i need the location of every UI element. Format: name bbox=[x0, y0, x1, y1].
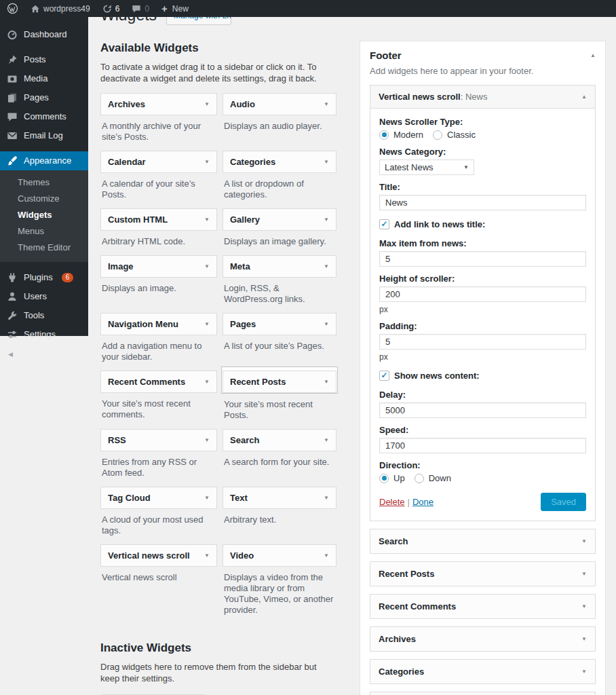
available-widgets-grid: Archives ▼ A monthly archive of your sit… bbox=[100, 93, 336, 624]
widget-card-search[interactable]: Search ▼ bbox=[223, 429, 336, 451]
done-link[interactable]: Done bbox=[412, 497, 434, 507]
radio-up[interactable] bbox=[379, 474, 389, 483]
sidebar-item-settings[interactable]: Settings bbox=[0, 325, 88, 344]
speed-input[interactable] bbox=[379, 438, 586, 453]
chevron-down-icon[interactable]: ▼ bbox=[581, 539, 587, 544]
widget-card-categories[interactable]: Categories ▼ bbox=[223, 151, 336, 173]
new-menu[interactable]: + New bbox=[155, 0, 195, 17]
inactive-widgets-heading: Inactive Widgets bbox=[100, 641, 336, 655]
radio-modern[interactable] bbox=[379, 130, 389, 140]
wordpress-logo-icon[interactable] bbox=[0, 0, 24, 17]
widget-card-recent-posts[interactable]: Recent Posts ▼ bbox=[223, 371, 336, 393]
padding-unit: px bbox=[379, 352, 586, 362]
chevron-down-icon[interactable]: ▼ bbox=[204, 159, 210, 165]
chevron-down-icon[interactable]: ▼ bbox=[324, 102, 329, 107]
radio-classic[interactable] bbox=[433, 130, 442, 140]
footer-widget-categories[interactable]: Categories ▼ bbox=[370, 659, 596, 684]
sidebar-item-posts[interactable]: Posts bbox=[0, 50, 88, 69]
manage-live-preview-button[interactable]: Manage with Live Preview bbox=[166, 17, 231, 25]
widget-description: Displays an audio player. bbox=[224, 121, 335, 132]
sidebar-item-widgets[interactable]: Widgets bbox=[0, 207, 88, 223]
saved-button[interactable]: Saved bbox=[541, 493, 586, 511]
widget-card-calendar[interactable]: Calendar ▼ bbox=[100, 151, 217, 173]
chevron-down-icon[interactable]: ▼ bbox=[581, 669, 587, 675]
chevron-down-icon[interactable]: ▼ bbox=[324, 322, 329, 327]
sidebar-item-menus[interactable]: Menus bbox=[0, 223, 88, 240]
sidebar-item-theme-editor[interactable]: Theme Editor bbox=[0, 240, 88, 256]
updates-icon bbox=[102, 4, 112, 14]
footer-widget-recent-comments[interactable]: Recent Comments ▼ bbox=[370, 594, 596, 619]
chevron-down-icon[interactable]: ▼ bbox=[324, 217, 329, 223]
delay-input[interactable] bbox=[379, 402, 586, 418]
widget-card-gallery[interactable]: Gallery ▼ bbox=[223, 208, 336, 231]
expanded-widget-header[interactable]: Vertical news scroll: News ▲ bbox=[370, 86, 595, 109]
sidebar-item-customize[interactable]: Customize bbox=[0, 191, 88, 207]
sidebar-item-dashboard[interactable]: Dashboard bbox=[0, 25, 88, 44]
widget-card-vertical-news-scroll[interactable]: Vertical news scroll ▼ bbox=[100, 544, 217, 567]
page-header: Widgets Manage with Live Preview bbox=[100, 17, 616, 27]
news-category-select[interactable]: Latest News ▼ bbox=[379, 159, 474, 175]
sidebar-item-comments[interactable]: Comments bbox=[0, 107, 88, 126]
updates-menu[interactable]: 6 bbox=[96, 0, 126, 17]
widget-card-archives[interactable]: Archives ▼ bbox=[100, 93, 217, 115]
widget-card-text[interactable]: Text ▼ bbox=[223, 487, 336, 509]
widget-cell: Calendar ▼ A calendar of your site’s Pos… bbox=[100, 151, 217, 208]
sidebar-item-themes[interactable]: Themes bbox=[0, 174, 88, 191]
collapse-menu-icon[interactable]: ◀ bbox=[0, 344, 88, 364]
chevron-down-icon[interactable]: ▼ bbox=[324, 438, 329, 443]
chevron-down-icon[interactable]: ▼ bbox=[204, 264, 210, 269]
site-menu[interactable]: wordpress49 bbox=[24, 0, 96, 17]
widget-card-audio[interactable]: Audio ▼ bbox=[223, 93, 336, 115]
widget-card-meta[interactable]: Meta ▼ bbox=[223, 255, 336, 278]
sidebar-item-appearance[interactable]: Appearance bbox=[0, 151, 88, 170]
chevron-down-icon[interactable]: ▼ bbox=[581, 604, 587, 609]
max-items-input[interactable] bbox=[379, 251, 586, 267]
chevron-down-icon[interactable]: ▼ bbox=[204, 379, 210, 385]
widget-card-custom-html[interactable]: Custom HTML ▼ bbox=[100, 208, 217, 231]
widget-card-rss[interactable]: RSS ▼ bbox=[100, 429, 217, 451]
widget-card-pages[interactable]: Pages ▼ bbox=[223, 313, 336, 335]
comments-menu[interactable]: 0 bbox=[126, 0, 155, 17]
chevron-up-icon[interactable]: ▲ bbox=[590, 53, 596, 58]
footer-widget-search[interactable]: Search ▼ bbox=[370, 529, 596, 554]
footer-widget-meta[interactable]: Meta ▼ bbox=[370, 692, 596, 695]
sidebar-item-pages[interactable]: Pages bbox=[0, 88, 88, 107]
chevron-down-icon[interactable]: ▼ bbox=[324, 159, 329, 165]
chevron-down-icon[interactable]: ▼ bbox=[204, 495, 210, 501]
footer-widget-recent-posts[interactable]: Recent Posts ▼ bbox=[370, 561, 596, 586]
chevron-down-icon[interactable]: ▼ bbox=[324, 553, 329, 559]
chevron-up-icon[interactable]: ▲ bbox=[581, 94, 587, 100]
chevron-down-icon[interactable]: ▼ bbox=[581, 571, 587, 577]
sidebar-item-tools[interactable]: Tools bbox=[0, 306, 88, 325]
add-link-checkbox[interactable]: ✓ bbox=[379, 219, 389, 229]
height-input[interactable] bbox=[379, 286, 586, 302]
footer-widget-archives[interactable]: Archives ▼ bbox=[370, 626, 596, 652]
sidebar-item-users[interactable]: Users bbox=[0, 287, 88, 306]
chevron-down-icon[interactable]: ▼ bbox=[204, 322, 210, 327]
chevron-down-icon[interactable]: ▼ bbox=[204, 102, 210, 107]
widget-card-image[interactable]: Image ▼ bbox=[100, 255, 217, 278]
widget-card-recent-comments[interactable]: Recent Comments ▼ bbox=[100, 371, 217, 393]
delete-link[interactable]: Delete bbox=[379, 497, 405, 507]
chevron-down-icon[interactable]: ▼ bbox=[204, 438, 210, 443]
widget-card-tag-cloud[interactable]: Tag Cloud ▼ bbox=[100, 487, 217, 509]
chevron-down-icon[interactable]: ▼ bbox=[324, 379, 329, 385]
chevron-down-icon[interactable]: ▼ bbox=[324, 264, 329, 269]
chevron-down-icon[interactable]: ▼ bbox=[204, 217, 210, 223]
radio-down[interactable] bbox=[415, 474, 424, 483]
widget-card-video[interactable]: Video ▼ bbox=[223, 544, 336, 567]
expanded-widget-vertical-news-scroll: Vertical news scroll: News ▲ News Scroll… bbox=[370, 85, 596, 521]
sidebar-item-email-log[interactable]: Email Log bbox=[0, 126, 88, 145]
chevron-down-icon[interactable]: ▼ bbox=[324, 495, 329, 501]
widget-card-navigation-menu[interactable]: Navigation Menu ▼ bbox=[100, 313, 217, 335]
sidebar-item-media[interactable]: Media bbox=[0, 69, 88, 88]
title-input[interactable] bbox=[379, 195, 586, 210]
chevron-down-icon[interactable]: ▼ bbox=[204, 553, 210, 559]
chevron-down-icon[interactable]: ▼ bbox=[581, 637, 587, 642]
widget-description: Add a navigation menu to your sidebar. bbox=[102, 341, 216, 362]
show-content-checkbox[interactable]: ✓ bbox=[379, 371, 389, 381]
widget-description: Login, RSS, & WordPress.org links. bbox=[224, 283, 335, 305]
padding-input[interactable] bbox=[379, 334, 586, 350]
sidebar-item-plugins[interactable]: Plugins 6 bbox=[0, 268, 88, 287]
widget-settings-form: News Scroller Type: Modern Classic News … bbox=[370, 109, 595, 521]
